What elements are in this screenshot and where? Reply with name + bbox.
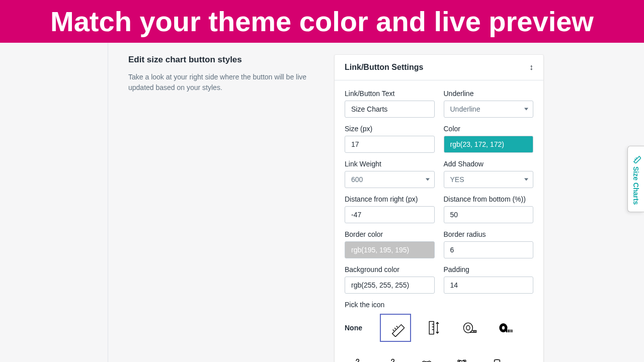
icon-option-dress[interactable]: [450, 354, 473, 362]
ruler-icon: [631, 153, 641, 163]
svg-point-20: [464, 360, 466, 362]
hanger-icon: [347, 356, 365, 362]
page-title: Edit size chart button styles: [128, 55, 314, 65]
floating-preview-tab[interactable]: Size Charts: [627, 146, 644, 212]
svg-point-19: [458, 360, 460, 362]
hanger-outline-icon: [382, 356, 400, 362]
dist-bottom-label: Distance from bottom (%)): [444, 195, 534, 203]
svg-point-10: [466, 326, 470, 330]
settings-panel: Link/Button Settings ↕ Link/Button Text …: [335, 55, 543, 362]
dist-right-input[interactable]: [345, 206, 435, 223]
banner: Match your theme color and live preview: [0, 0, 644, 43]
icon-option-ruler[interactable]: [380, 314, 411, 342]
svg-line-35: [636, 157, 637, 158]
icon-option-body[interactable]: [486, 354, 509, 362]
floating-tab-text: Size Charts: [632, 166, 640, 205]
color-label: Color: [444, 125, 534, 133]
size-input[interactable]: [345, 136, 435, 153]
tape-measure-icon: [461, 319, 479, 337]
panel-header: Link/Button Settings ↕: [335, 55, 543, 80]
svg-point-14: [502, 326, 505, 329]
color-input[interactable]: rgb(23, 172, 172): [444, 136, 534, 153]
bg-color-label: Background color: [345, 265, 435, 274]
icon-option-tape2[interactable]: [494, 316, 517, 339]
svg-line-34: [635, 159, 636, 160]
shadow-label: Add Shadow: [444, 160, 534, 168]
tshirt-icon: [418, 356, 436, 362]
icon-option-tape[interactable]: [458, 316, 481, 339]
panel-title: Link/Button Settings: [345, 63, 423, 72]
weight-select[interactable]: 600: [345, 171, 435, 188]
sort-icon[interactable]: ↕: [529, 63, 533, 72]
sidebar: [0, 43, 108, 362]
ruler-icon: [386, 319, 405, 337]
icon-option-height[interactable]: [423, 316, 446, 339]
tape-roll-icon: [496, 319, 514, 337]
svg-rect-4: [429, 321, 434, 334]
shadow-select[interactable]: YES: [444, 171, 534, 188]
svg-rect-33: [634, 156, 641, 163]
border-color-label: Border color: [345, 230, 435, 238]
border-radius-input[interactable]: [444, 241, 534, 258]
pick-icon-label: Pick the icon: [345, 301, 533, 309]
dist-bottom-input[interactable]: [444, 206, 534, 223]
padding-label: Padding: [444, 265, 534, 274]
icon-option-hanger2[interactable]: [380, 354, 403, 362]
dress-icon: [453, 356, 471, 362]
underline-label: Underline: [444, 89, 534, 98]
left-column: Edit size chart button styles Take a loo…: [128, 55, 335, 362]
icon-grid: None: [345, 314, 533, 362]
layout: Edit size chart button styles Take a loo…: [0, 43, 644, 362]
body-measure-icon: [488, 356, 506, 362]
main-content: Edit size chart button styles Take a loo…: [108, 43, 644, 362]
border-color-input[interactable]: rgb(195, 195, 195): [345, 241, 435, 258]
icon-option-none[interactable]: None: [345, 324, 368, 332]
dist-right-label: Distance from right (px): [345, 195, 435, 203]
svg-line-2: [394, 328, 396, 329]
underline-select[interactable]: Underline: [444, 101, 534, 118]
link-text-label: Link/Button Text: [345, 89, 435, 98]
border-radius-label: Border radius: [444, 230, 534, 238]
bg-color-input[interactable]: [345, 277, 435, 294]
link-text-input[interactable]: [345, 101, 435, 118]
svg-point-9: [463, 323, 472, 333]
svg-line-3: [396, 326, 398, 327]
weight-label: Link Weight: [345, 160, 435, 168]
height-ruler-icon: [426, 319, 444, 337]
svg-rect-15: [506, 330, 513, 332]
icon-option-tshirt[interactable]: [415, 354, 438, 362]
page-description: Take a look at your right side where the…: [128, 72, 314, 93]
size-label: Size (px): [345, 125, 435, 133]
padding-input[interactable]: [444, 277, 534, 294]
banner-text: Match your theme color and live preview: [50, 6, 594, 37]
icon-option-hanger[interactable]: [345, 354, 368, 362]
svg-line-1: [393, 330, 394, 331]
panel-body: Link/Button Text Underline Underline: [335, 80, 543, 362]
